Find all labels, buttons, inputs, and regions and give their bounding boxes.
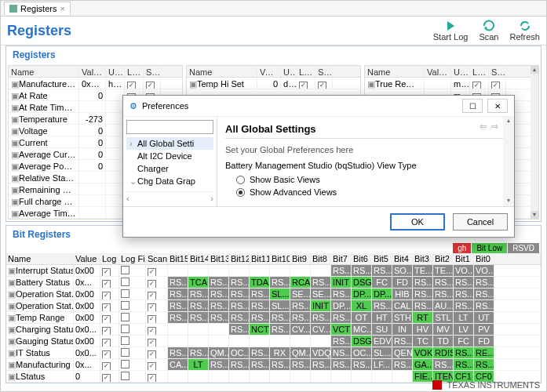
checkbox[interactable] [318,82,326,89]
bit-cell: RS... [433,277,454,288]
bit-cell: SE... [311,289,331,299]
bit-cell: TCA [188,277,209,288]
bit-cell: EDV [372,336,392,347]
bit-cell: SU [372,324,392,335]
maximize-button[interactable]: ☐ [462,99,483,113]
checkbox[interactable] [146,82,155,89]
checkbox[interactable] [102,292,111,300]
tab-close-icon[interactable]: × [60,4,64,13]
checkbox[interactable] [102,327,111,336]
checkbox[interactable] [102,268,111,277]
checkbox[interactable] [121,336,129,345]
checkbox[interactable] [491,82,500,89]
bit-cell: RS... [331,312,352,323]
checkbox[interactable] [148,292,156,300]
checkbox[interactable] [472,82,481,89]
tab-registers[interactable]: Registers × [4,2,71,15]
bit-cell: RS... [209,300,229,311]
checkbox[interactable] [299,82,308,89]
checkbox[interactable] [102,362,111,371]
tree-alt-i2c[interactable]: Alt I2C Device [126,150,213,162]
bit-cell: SL... [270,300,290,311]
checkbox[interactable] [148,350,156,359]
filter-input[interactable] [126,120,213,134]
bit-row[interactable]: ▣Temp Range0x00RS...RS...RS...RS...RS...… [6,312,541,324]
checkbox[interactable] [148,327,156,336]
checkbox[interactable] [121,289,129,298]
tree-global-settings[interactable]: ›All Global Setti [126,137,213,150]
bit-row[interactable]: ▣Charging Status0x0...RS...NCTRS...CV...… [6,324,541,336]
checkbox[interactable] [148,303,156,312]
bit-grid-header: NameValueLogLog Fi...ScanBit15Bit14Bit13… [6,253,541,265]
vscrollbar[interactable]: ▴▾ [531,66,538,219]
refresh-icon [519,20,531,32]
radio-advanced-views[interactable]: Show Advanced Views [236,187,506,197]
tree-charger[interactable]: Charger [126,162,213,175]
scan-button[interactable]: Scan [479,20,498,42]
ok-button[interactable]: OK [390,213,445,230]
checkbox[interactable] [121,348,129,357]
bit-cell: RS... [311,277,331,288]
bit-cell [290,265,311,276]
checkbox[interactable] [121,301,129,310]
bit-cell: FC [372,277,392,288]
cancel-button[interactable]: Cancel [453,213,508,230]
bit-row[interactable]: ▣Operation Stat...0x00RS...RS...RS...RS.… [6,300,541,312]
checkbox[interactable] [121,278,129,286]
tree-scroll-left[interactable]: ‹ [126,194,129,203]
start-log-icon [444,20,457,32]
checkbox[interactable] [121,372,129,380]
checkbox[interactable] [127,82,136,89]
pref-vscroll[interactable]: ▴▾ [503,117,514,206]
checkbox[interactable] [102,374,111,383]
bit-cell: NS... [331,347,352,358]
bit-cell: RS... [413,300,433,311]
checkbox[interactable] [148,268,156,277]
tree-chg-data[interactable]: ⌄Chg Data Grap [126,175,213,188]
radio-basic-views[interactable]: Show Basic Views [236,175,506,184]
checkbox[interactable] [148,315,156,324]
nav-fwd-icon[interactable]: ⇨ [491,122,498,132]
bit-cell: HIB [392,289,413,299]
checkbox[interactable] [148,339,156,347]
register-row[interactable]: ▣True Rem Q ...m... [365,78,531,89]
header: Registers Start Log Scan Refresh [1,16,546,45]
bit-cell: RS... [474,300,494,311]
bit-cell: SL... [372,347,392,358]
close-button[interactable]: ✕ [487,99,508,113]
bit-row[interactable]: ▣Manufacturing ...0x...CA...LTRS...RS...… [6,359,541,371]
refresh-button[interactable]: Refresh [509,20,540,42]
checkbox[interactable] [102,280,111,289]
bit-cell: RS... [188,300,209,311]
checkbox[interactable] [102,315,111,324]
checkbox[interactable] [121,325,129,333]
bit-row[interactable]: ▣Operation Stat...0x00RS...RS...RS...RS.… [6,289,541,300]
checkbox[interactable] [121,313,129,321]
bit-cell: RS... [392,336,413,347]
bit-row[interactable]: ▣IT Status0x0...RS...RS...QM...OC...RS..… [6,347,541,359]
nav-back-icon[interactable]: ⇦ [480,122,487,132]
tree-scroll-right[interactable]: › [210,194,213,203]
bit-cell: RS... [168,312,188,323]
checkbox[interactable] [148,280,156,289]
checkbox[interactable] [148,374,156,383]
bit-cell: OT [352,312,372,323]
bit-cell [188,324,209,335]
register-row[interactable]: ▣Temp Hi Set0d... [187,78,360,89]
bit-cell: RS... [372,265,392,276]
checkbox[interactable] [121,360,129,368]
checkbox[interactable] [121,266,129,274]
checkbox[interactable] [102,303,111,312]
start-log-button[interactable]: Start Log [433,20,469,42]
bit-row[interactable]: ▣Gauging Status0x00RS...DSGEDVRS...TCTDF… [6,336,541,347]
bit-row[interactable]: ▣Battery Status0x...RS...TCARS...RS...TD… [6,277,541,289]
checkbox[interactable] [102,339,111,347]
checkbox[interactable] [148,362,156,371]
bit-row[interactable]: ▣Interrupt Status0x00RS...RS...RS...SO..… [6,265,541,277]
bit-cell [168,265,188,276]
bit-cell: LV [454,324,474,335]
bit-cell: INIT [311,300,331,311]
checkbox[interactable] [102,350,111,359]
bit-cell [209,265,229,276]
register-row[interactable]: ▣Manufacturer Acc...0x0000hex [9,78,182,89]
